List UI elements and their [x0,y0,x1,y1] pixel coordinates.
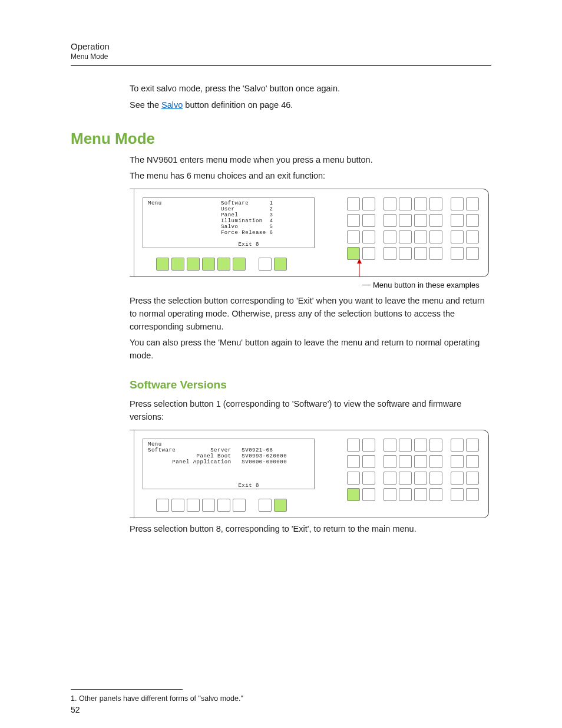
panel-button [429,439,442,452]
panel-button [362,455,375,468]
panel-button [362,488,375,501]
panel-button [384,247,396,260]
panel-button [451,247,464,260]
panel-button [384,455,396,468]
selection-button-4 [202,258,215,271]
software-versions-heading: Software Versions [130,377,491,394]
panel-button [429,197,442,210]
page-header: Operation Menu Mode [71,41,491,61]
s1-p3: Press the selection button corresponding… [130,295,491,333]
panel-button [399,472,412,485]
right-button-grid [347,197,479,260]
page-number: 52 [71,705,80,714]
footnote: 1. Other panels have different forms of … [71,694,491,703]
panel-button [399,230,412,243]
selection-button-5 [217,499,230,512]
panel-button [362,230,375,243]
panel-button [347,488,360,501]
intro-p1: To exit salvo mode, press the 'Salvo' bu… [130,83,491,95]
panel-button [451,197,464,210]
panel-button [384,197,396,210]
s1-p4: You can also press the 'Menu' button aga… [130,337,491,363]
panel-button [399,439,412,452]
panel-button [451,455,464,468]
panel-button [362,472,375,485]
panel-button [414,455,427,468]
panel-button [414,247,427,260]
selection-button-7 [259,258,272,271]
panel-button [347,247,360,260]
selection-button-3 [187,499,200,512]
panel-button [451,230,464,243]
intro-block: To exit salvo mode, press the 'Salvo' bu… [130,83,491,112]
panel-diagram-software: Menu Software Server SV0921-06 Panel Boo… [130,430,489,518]
footnote-rule [71,689,183,690]
panel-button [414,214,427,227]
selection-button-4 [202,499,215,512]
panel-button [347,214,360,227]
panel-button [466,455,479,468]
panel-button [347,230,360,243]
panel-button [429,247,442,260]
panel-button [451,488,464,501]
panel-button [347,439,360,452]
header-rule [71,65,491,66]
panel-button [466,488,479,501]
selection-button-1 [156,499,169,512]
panel-button [466,230,479,243]
panel-diagram-menu: Menu Software 1 User 2 Panel 3 Illuminat… [130,189,489,277]
s2-p2: Press selection button 8, corresponding … [130,523,491,536]
panel-button [414,488,427,501]
panel-button [466,472,479,485]
panel-button [399,197,412,210]
panel-button [362,214,375,227]
intro-p2: See the Salvo button definition on page … [130,99,491,112]
panel-button [399,455,412,468]
panel-button [384,472,396,485]
panel-button [399,247,412,260]
selection-button-8 [274,499,287,512]
selection-button-2 [171,258,184,271]
panel-button [451,439,464,452]
panel-button [466,214,479,227]
panel-button [384,439,396,452]
panel-button [429,472,442,485]
panel-button [451,472,464,485]
header-section: Menu Mode [71,52,491,61]
panel-button [384,230,396,243]
panel-button [451,214,464,227]
panel-button [414,472,427,485]
panel-button [347,197,360,210]
selection-button-6 [233,258,246,271]
panel-button [429,455,442,468]
panel-button [347,455,360,468]
panel-button [429,230,442,243]
panel-button [429,488,442,501]
panel-button [414,439,427,452]
panel-button [362,439,375,452]
panel-button [399,488,412,501]
selection-button-1 [156,258,169,271]
panel-button [414,230,427,243]
panel-button [384,488,396,501]
selection-button-3 [187,258,200,271]
selection-buttons-row-2 [156,499,287,512]
panel-button [347,472,360,485]
panel-button [362,247,375,260]
lcd-software: Menu Software Server SV0921-06 Panel Boo… [143,439,315,489]
panel-button [466,247,479,260]
s1-p1: The NV9601 enters menu mode when you pre… [130,154,491,167]
s2-p1: Press selection button 1 (corresponding … [130,398,491,424]
callout: Menu button in these examples [362,279,491,290]
panel-button [399,214,412,227]
selection-button-8 [274,258,287,271]
lcd-menu: Menu Software 1 User 2 Panel 3 Illuminat… [143,197,315,248]
menu-mode-heading: Menu Mode [71,130,491,148]
panel-button [414,197,427,210]
header-chapter: Operation [71,41,491,51]
selection-button-6 [233,499,246,512]
salvo-link[interactable]: Salvo [161,100,183,110]
selection-button-2 [171,499,184,512]
s1-p2: The menu has 6 menu choices and an exit … [130,170,491,183]
panel-button [362,197,375,210]
